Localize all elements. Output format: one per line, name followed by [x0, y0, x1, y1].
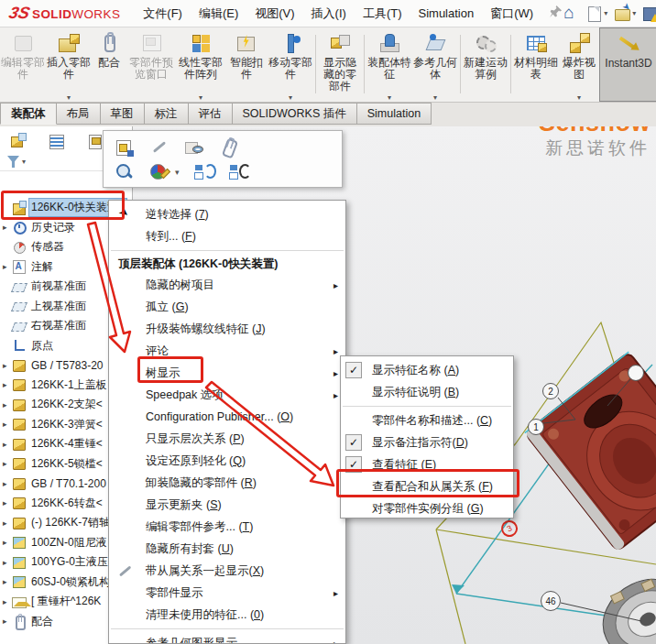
chevron-down-icon[interactable]: ▾	[577, 93, 581, 102]
chevron-down-icon[interactable]: ▾	[289, 93, 292, 102]
context-menu-item[interactable]: 评论 ▸	[109, 340, 345, 362]
ribbon-button[interactable]: 参考几何体 ▾	[412, 27, 458, 102]
expand-arrow-icon[interactable]: ▸	[3, 597, 12, 606]
context-menu-item[interactable]: 逆转选择 (7) ▸	[109, 203, 345, 225]
ribbon-tab[interactable]: 布局	[57, 103, 101, 125]
chevron-down-icon[interactable]: ▾	[22, 158, 26, 166]
expand-arrow-icon[interactable]: ▸	[3, 420, 12, 429]
submenu-item[interactable]: ✓ 显示特征名称 (A)	[341, 359, 513, 381]
chevron-down-icon[interactable]: ▾	[632, 9, 636, 17]
temporary-fix-icon[interactable]	[194, 162, 214, 182]
submenu-item[interactable]: ✓ 对零部件实例分组 (G)	[341, 497, 513, 518]
open-button[interactable]: ▾	[614, 5, 636, 22]
ribbon-button[interactable]: 智能扣件 ▾	[225, 27, 268, 102]
expand-arrow-icon[interactable]: ▸	[3, 459, 12, 468]
ribbon-button[interactable]: 爆炸视图 ▾	[559, 27, 599, 102]
menu-bar-item[interactable]: 编辑(E)	[199, 5, 238, 22]
context-menu-item[interactable]: 设定还原到轻化 (Q) ▸	[109, 450, 345, 472]
context-menu-item[interactable]: 树显示 ▸	[109, 362, 345, 384]
context-menu-item[interactable]: 带从属关系一起显示(X) ▸	[109, 560, 345, 582]
ribbon-button[interactable]: 材料明细表 ▾	[513, 27, 559, 102]
context-menu-item[interactable]: 参考几何图形显示 ▸	[109, 632, 345, 644]
expand-arrow-icon[interactable]: ▸	[3, 380, 12, 389]
chevron-down-icon[interactable]: ▾	[67, 93, 71, 102]
feature-tree-tab-icon[interactable]	[9, 133, 27, 149]
context-menu-item[interactable]: 显示更新夹 (S) ▸	[109, 494, 345, 516]
context-menu-item[interactable]: 清理未使用的特征... (0) ▸	[109, 604, 345, 626]
expand-arrow-icon[interactable]: ▸	[3, 577, 12, 586]
ribbon-tab[interactable]: 草图	[101, 103, 145, 125]
context-menu-item[interactable]: 顶层装配体 (126KK-0快关装置) ▸	[109, 254, 345, 274]
expand-arrow-icon[interactable]: ▸	[3, 223, 12, 232]
ribbon-button[interactable]: 显示隐藏的零部件 ▾	[318, 27, 362, 102]
ribbon-tab[interactable]: 标注	[145, 103, 189, 125]
context-menu-item[interactable]: Speedpak 选项 ▸	[109, 384, 345, 406]
menu-bar-item[interactable]: 工具(T)	[363, 5, 402, 22]
context-toolbar-button[interactable]	[184, 137, 204, 158]
context-menu-item[interactable]: 只显示层次关系 (P) ▸	[109, 428, 345, 450]
ribbon-button[interactable]: 装配体特征 ▾	[366, 27, 412, 102]
ribbon-button[interactable]: 新建运动算例 ▾	[463, 27, 508, 102]
ribbon-button[interactable]: 线性零部件阵列 ▾	[176, 27, 225, 102]
expand-arrow-icon[interactable]: ▸	[3, 518, 12, 528]
ribbon-button[interactable]: 配合 ▾	[92, 27, 126, 102]
menu-bar-item[interactable]: 窗口(W)	[490, 5, 533, 22]
expand-arrow-icon[interactable]: ▸	[3, 479, 12, 488]
appearance-icon[interactable]	[149, 162, 169, 182]
context-menu-item[interactable]: ▸	[109, 247, 345, 254]
property-manager-tab-icon[interactable]	[48, 133, 66, 149]
submenu-item[interactable]: ✓ 零部件名称和描述... (C)	[341, 409, 513, 431]
context-menu-item[interactable]: 升级装饰螺纹线特征 (J) ▸	[109, 318, 345, 340]
context-menu-item[interactable]: 零部件显示 ▸	[109, 582, 345, 604]
expand-arrow-icon[interactable]: ▸	[3, 262, 12, 271]
filter-funnel-icon[interactable]	[7, 156, 19, 168]
expand-arrow-icon[interactable]: ▸	[3, 400, 12, 409]
ribbon-button[interactable]: 编辑零部件 ▾	[0, 27, 46, 102]
ribbon-button[interactable]: 插入零部件 ▾	[46, 27, 92, 102]
chevron-down-icon[interactable]: ▾	[604, 9, 607, 17]
chevron-down-icon[interactable]: ▾	[388, 93, 391, 102]
magnify-icon[interactable]	[115, 162, 135, 182]
ribbon-tab[interactable]: 装配体	[0, 103, 57, 125]
expand-arrow-icon[interactable]: ▸	[3, 558, 12, 567]
configuration-manager-tab-icon[interactable]	[86, 133, 104, 149]
ribbon-button[interactable]: 零部件预览窗口 ▾	[126, 27, 176, 102]
expand-arrow-icon[interactable]: ▸	[3, 538, 12, 547]
chevron-down-icon[interactable]: ▾	[199, 93, 202, 102]
expand-arrow-icon[interactable]: ▸	[3, 440, 12, 449]
ribbon-button[interactable]: Instant3D ▾	[599, 27, 656, 102]
reorder-components-icon[interactable]	[229, 162, 249, 182]
ribbon-button[interactable]: 移动零部件 ▾	[268, 27, 313, 102]
menu-bar-item[interactable]: 插入(I)	[312, 5, 346, 22]
context-toolbar-button[interactable]	[149, 137, 169, 158]
home-button[interactable]	[563, 5, 579, 22]
submenu-item[interactable]: ✓ 显示备注指示符(D)	[341, 431, 513, 453]
context-toolbar-button[interactable]	[219, 137, 239, 158]
expand-arrow-icon[interactable]: ▸	[3, 361, 12, 370]
ribbon-tab[interactable]: 评估	[189, 103, 233, 125]
save-button[interactable]	[642, 5, 656, 22]
context-toolbar-button[interactable]	[115, 137, 135, 158]
context-menu-item[interactable]: Configuration Publisher... (O) ▸	[109, 406, 345, 428]
menu-bar-item[interactable]: 文件(F)	[143, 5, 182, 22]
submenu-item[interactable]: ✓ 查看配合和从属关系 (F)	[341, 475, 513, 497]
ribbon-tab[interactable]: SOLIDWORKS 插件	[233, 103, 357, 125]
expand-arrow-icon[interactable]: ▸	[3, 498, 12, 508]
menu-bar-item[interactable]: 视图(V)	[255, 5, 294, 22]
chevron-down-icon[interactable]: ▾	[433, 93, 437, 102]
submenu-item[interactable]: ✓ 显示特征说明 (B)	[341, 381, 513, 403]
ribbon-tab[interactable]: Simulation	[357, 103, 432, 125]
chevron-down-icon[interactable]: ▾	[175, 168, 180, 177]
expand-arrow-icon[interactable]: ▸	[3, 617, 12, 626]
context-menu-item[interactable]: 隐藏所有封套 (U) ▸	[109, 538, 345, 560]
context-menu-item[interactable]: 隐藏的树项目 ▸	[109, 274, 345, 296]
pin-menu-icon[interactable]	[549, 5, 563, 22]
submenu-item[interactable]: ✓ 查看特征 (E)	[341, 453, 513, 475]
context-menu-item[interactable]: 编辑零部件参考... (T) ▸	[109, 516, 345, 538]
context-menu-item[interactable]: 孤立 (G) ▸	[109, 296, 345, 318]
submenu-item[interactable]: ✓	[341, 403, 513, 409]
new-document-button[interactable]: ▾	[585, 5, 607, 22]
context-menu-item[interactable]: ▸	[109, 626, 345, 632]
context-menu-item[interactable]: 卸装隐藏的零部件 (R) ▸	[109, 472, 345, 494]
menu-bar-item[interactable]: Simulation	[419, 6, 475, 20]
